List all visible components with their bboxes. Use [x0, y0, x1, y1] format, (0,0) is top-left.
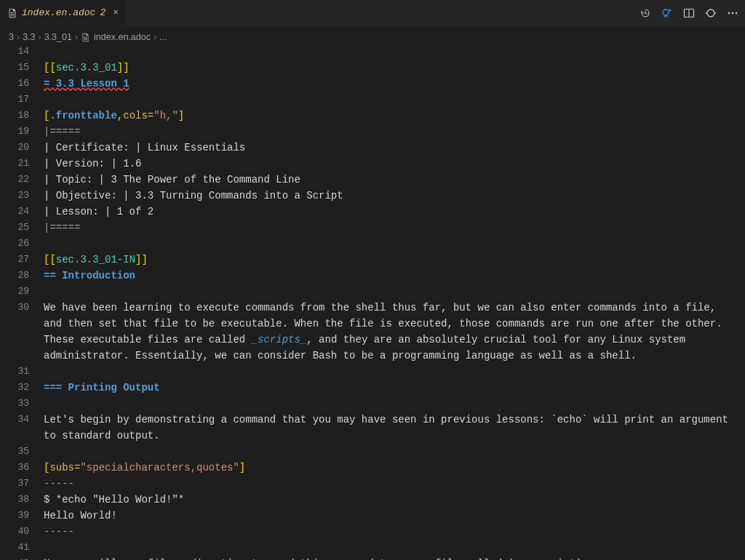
svg-point-4 — [707, 9, 714, 17]
breadcrumb-seg[interactable]: 3 — [9, 32, 14, 42]
line-number: 20 — [0, 140, 44, 156]
line-number: 15 — [0, 60, 44, 76]
code-line: 40----- — [0, 524, 745, 540]
tab-bar: index.en.adoc 2 × — [0, 0, 745, 26]
line-number: 14 — [0, 44, 44, 60]
breadcrumb-seg[interactable]: 3.3_01 — [44, 32, 72, 42]
line-number: 32 — [0, 380, 44, 396]
file-icon — [7, 8, 17, 18]
code-line: 19|===== — [0, 124, 745, 140]
code-line: 23| Objective: | 3.3 Turning Commands in… — [0, 188, 745, 204]
svg-point-0 — [663, 9, 669, 15]
code-line: 36[subs="specialcharacters,quotes"] — [0, 460, 745, 476]
code-line: 41 — [0, 540, 745, 556]
code-line: 22| Topic: | 3 The Power of the Command … — [0, 172, 745, 188]
tab-modified-marker: 2 — [100, 7, 105, 18]
tab-filename: index.en.adoc — [22, 7, 95, 18]
code-line: 25|===== — [0, 220, 745, 236]
svg-point-1 — [669, 9, 672, 11]
code-line: 15[[sec.3.3_01]] — [0, 60, 745, 76]
code-line: 29 — [0, 284, 745, 300]
editor-actions — [639, 0, 739, 25]
line-number: 37 — [0, 476, 44, 492]
line-number: 42 — [0, 556, 44, 560]
line-number: 35 — [0, 444, 44, 460]
toggle-icon[interactable] — [704, 7, 717, 20]
code-line: 16= 3.3 Lesson 1 — [0, 76, 745, 92]
line-number: 31 — [0, 364, 44, 380]
run-icon[interactable] — [661, 7, 674, 20]
line-number: 18 — [0, 108, 44, 124]
line-number: 19 — [0, 124, 44, 140]
svg-point-8 — [732, 12, 734, 14]
line-number: 24 — [0, 204, 44, 220]
code-line: 31 — [0, 364, 745, 380]
code-line: 32=== Printing Output — [0, 380, 745, 396]
line-number: 41 — [0, 540, 44, 556]
code-line: 28== Introduction — [0, 268, 745, 284]
line-number: 28 — [0, 268, 44, 284]
line-number: 40 — [0, 524, 44, 540]
code-line: 39Hello World! — [0, 508, 745, 524]
svg-point-7 — [728, 12, 730, 14]
breadcrumb-seg[interactable]: 3.3 — [23, 32, 35, 42]
line-number: 30 — [0, 300, 44, 316]
line-number: 23 — [0, 188, 44, 204]
line-number: 29 — [0, 284, 44, 300]
line-number: 27 — [0, 252, 44, 268]
code-editor[interactable]: 14 15[[sec.3.3_01]] 16= 3.3 Lesson 1 17 … — [0, 44, 745, 560]
chevron-right-icon: › — [39, 32, 41, 42]
tab-index-en-adoc[interactable]: index.en.adoc 2 × — [0, 0, 126, 25]
breadcrumb-seg[interactable]: ... — [159, 32, 167, 42]
split-editor-icon[interactable] — [682, 7, 696, 20]
svg-point-9 — [736, 12, 738, 14]
code-line: 37----- — [0, 476, 745, 492]
code-line: 26 — [0, 236, 745, 252]
line-number: 38 — [0, 492, 44, 508]
line-number: 25 — [0, 220, 44, 236]
code-line: 17 — [0, 92, 745, 108]
more-icon[interactable] — [726, 7, 739, 20]
code-line: 21| Version: | 1.6 — [0, 156, 745, 172]
code-line: 14 — [0, 44, 745, 60]
line-number: 17 — [0, 92, 44, 108]
close-icon[interactable]: × — [113, 7, 119, 18]
line-number: 39 — [0, 508, 44, 524]
code-line: 42Now, we will use file redirection to s… — [0, 556, 745, 560]
code-line: 18[.fronttable,cols="h,"] — [0, 108, 745, 124]
chevron-right-icon: › — [17, 32, 20, 42]
code-line: 27[[sec.3.3_01-IN]] — [0, 252, 745, 268]
code-line: 24| Lesson: | 1 of 2 — [0, 204, 745, 220]
code-line: 35 — [0, 444, 745, 460]
line-number: 36 — [0, 460, 44, 476]
line-number: 33 — [0, 396, 44, 412]
breadcrumb-seg[interactable]: index.en.adoc — [94, 32, 151, 42]
code-line: 33 — [0, 396, 745, 412]
chevron-right-icon: › — [154, 32, 156, 42]
code-line: 20| Certificate: | Linux Essentials — [0, 140, 745, 156]
code-line: 38$ *echo "Hello World!"* — [0, 492, 745, 508]
line-number: 16 — [0, 76, 44, 92]
history-icon[interactable] — [639, 7, 652, 20]
file-icon — [81, 32, 91, 42]
line-number: 21 — [0, 156, 44, 172]
code-line: 30We have been learning to execute comma… — [0, 300, 745, 364]
line-number: 26 — [0, 236, 44, 252]
chevron-right-icon: › — [75, 32, 78, 42]
line-number: 22 — [0, 172, 44, 188]
line-number: 34 — [0, 412, 44, 428]
code-line: 34Let's begin by demonstrating a command… — [0, 412, 745, 444]
